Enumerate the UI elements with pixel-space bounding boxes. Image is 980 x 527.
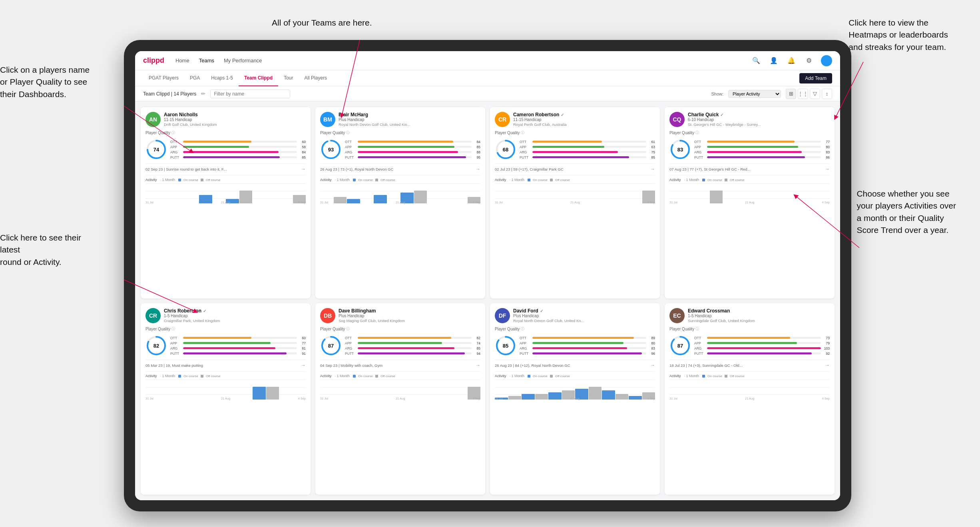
bar-fill bbox=[358, 352, 465, 354]
quality-section[interactable]: 93 OTT 84 APP bbox=[320, 139, 480, 160]
search-icon[interactable]: 🔍 bbox=[751, 55, 762, 66]
bar-row: PUTT 91 bbox=[170, 352, 306, 356]
latest-round-text: 04 Sep 23 | Mobility with coach, Gym bbox=[320, 363, 382, 368]
player-avatar: AN bbox=[145, 112, 161, 127]
bar-track bbox=[183, 337, 297, 339]
bar-value: 82 bbox=[473, 336, 480, 340]
player-club: Royal North Devon Golf Club, United Kin.… bbox=[339, 122, 480, 127]
subtab-team-clippd[interactable]: Team Clippd bbox=[239, 70, 278, 86]
player-name[interactable]: Dave Billingham bbox=[339, 308, 480, 314]
sort-icon[interactable]: ↕ bbox=[822, 89, 832, 99]
list-view-icon[interactable]: ⋮⋮ bbox=[798, 89, 808, 99]
player-name[interactable]: Aaron Nicholls bbox=[164, 112, 306, 117]
bar-value: 94 bbox=[473, 352, 480, 356]
nav-my-performance[interactable]: My Performance bbox=[224, 56, 262, 65]
on-course-dot bbox=[702, 179, 705, 181]
latest-round[interactable]: 04 Sep 23 | Mobility with coach, Gym → bbox=[320, 360, 480, 368]
bar-fill bbox=[183, 342, 271, 344]
player-card[interactable]: EC Edward Crossman 1-5 Handicap Sunningd… bbox=[665, 303, 835, 495]
bar-track bbox=[358, 352, 472, 354]
player-name[interactable]: David Ford ✓ bbox=[513, 308, 655, 314]
player-info: Charlie Quick ✓ 6-10 Handicap St. George… bbox=[688, 112, 830, 127]
chart-label: 21 Aug bbox=[221, 201, 230, 204]
chart-label: 31 Jul bbox=[320, 397, 328, 400]
show-select[interactable]: Player Activity Quality Score Trend bbox=[728, 90, 781, 98]
bar-label: PUTT bbox=[345, 352, 356, 356]
quality-section[interactable]: 87 OTT 73 APP bbox=[669, 335, 830, 356]
activity-period: · 1 Month bbox=[684, 374, 699, 378]
bar-row: OTT 73 bbox=[694, 336, 830, 340]
quality-section[interactable]: 82 OTT 60 APP bbox=[145, 335, 306, 356]
bar-label: ARG bbox=[170, 346, 181, 350]
settings-icon[interactable]: ⚙ bbox=[803, 55, 815, 66]
player-card[interactable]: CR Cameron Robertson ✓ 11-15 Handicap Ro… bbox=[490, 107, 660, 298]
person-icon[interactable]: 👤 bbox=[768, 55, 779, 66]
player-name[interactable]: Blair McHarg bbox=[339, 112, 480, 117]
latest-round[interactable]: 05 Mar 23 | 19, Must make putting → bbox=[145, 360, 306, 368]
filter-icon[interactable]: ▽ bbox=[810, 89, 820, 99]
bar-value: 85 bbox=[299, 155, 306, 159]
quality-section[interactable]: 83 OTT 77 APP bbox=[669, 139, 830, 160]
player-name[interactable]: Edward Crossman bbox=[688, 308, 830, 314]
quality-label: Player Quality ⓘ bbox=[145, 326, 306, 332]
activity-section: Activity · 1 Month On course Off course bbox=[495, 371, 655, 400]
chart-label: 21 Aug bbox=[396, 201, 405, 204]
player-card[interactable]: BM Blair McHarg Plus Handicap Royal Nort… bbox=[315, 107, 485, 298]
quality-section[interactable]: 68 OTT 61 APP bbox=[495, 139, 655, 160]
player-card[interactable]: DB Dave Billingham Plus Handicap Sog Mag… bbox=[315, 303, 485, 495]
players-grid: AN Aaron Nicholls 11-15 Handicap Drift G… bbox=[135, 101, 840, 500]
latest-round[interactable]: 02 Sep 23 | Sunrise round to get back in… bbox=[145, 163, 306, 172]
add-team-button[interactable]: Add Team bbox=[799, 73, 832, 84]
player-name[interactable]: Chris Robertson ✓ bbox=[164, 308, 306, 314]
bar-row: OTT 60 bbox=[170, 140, 306, 144]
subtab-hcaps[interactable]: Hcaps 1-5 bbox=[205, 70, 239, 86]
bell-icon[interactable]: 🔔 bbox=[786, 55, 797, 66]
brand-logo[interactable]: clippd bbox=[143, 56, 164, 65]
quality-label: Player Quality ⓘ bbox=[669, 326, 830, 332]
nav-teams[interactable]: Teams bbox=[199, 56, 214, 65]
latest-round[interactable]: 02 Jul 23 | 59 (+17), Craigmillar Park G… bbox=[495, 163, 655, 172]
bar-row: OTT 60 bbox=[170, 336, 306, 340]
bar-fill bbox=[532, 141, 602, 143]
off-course-label: Off course bbox=[206, 374, 221, 378]
latest-round[interactable]: 18 Jul 23 | 74 (+3), Sunningdale GC - Ol… bbox=[669, 360, 830, 368]
player-card[interactable]: CR Chris Robertson ✓ 1-5 Handicap Craigm… bbox=[141, 303, 311, 495]
subtab-pga[interactable]: PGA bbox=[184, 70, 205, 86]
bar-value: 63 bbox=[648, 145, 655, 149]
bar-track bbox=[183, 347, 297, 349]
quality-section[interactable]: 74 OTT 60 APP bbox=[145, 139, 306, 160]
nav-home[interactable]: Home bbox=[175, 56, 189, 65]
quality-ring: 74 bbox=[145, 139, 167, 160]
edit-icon[interactable]: ✏ bbox=[201, 91, 205, 97]
bar-label: OTT bbox=[520, 336, 531, 340]
bar-fill bbox=[707, 146, 798, 148]
player-card[interactable]: AN Aaron Nicholls 11-15 Handicap Drift G… bbox=[141, 107, 311, 298]
search-input[interactable] bbox=[210, 89, 290, 98]
player-name[interactable]: Charlie Quick ✓ bbox=[688, 112, 830, 117]
subtab-all-players[interactable]: All Players bbox=[299, 70, 333, 86]
quality-bars: OTT 89 APP 80 bbox=[520, 336, 655, 356]
grid-view-icon[interactable]: ⊞ bbox=[786, 89, 796, 99]
bar-track bbox=[707, 342, 821, 344]
latest-round[interactable]: 26 Aug 23 | 73 (+1), Royal North Devon G… bbox=[320, 163, 480, 172]
bar-label: PUTT bbox=[694, 155, 705, 159]
latest-round-arrow: → bbox=[301, 166, 306, 172]
subtab-tour[interactable]: Tour bbox=[278, 70, 299, 86]
latest-round[interactable]: 07 Aug 23 | 77 (+7), St George's Hill GC… bbox=[669, 163, 830, 172]
quality-section[interactable]: 87 OTT 82 APP bbox=[320, 335, 480, 356]
latest-round[interactable]: 26 Aug 23 | 84 (+12), Royal North Devon … bbox=[495, 360, 655, 368]
player-card[interactable]: CQ Charlie Quick ✓ 6-10 Handicap St. Geo… bbox=[665, 107, 835, 298]
activity-legend: On course Off course bbox=[178, 178, 221, 182]
bar-row: OTT 82 bbox=[345, 336, 480, 340]
bar-label: ARG bbox=[694, 150, 705, 154]
player-avatar: BM bbox=[320, 112, 335, 127]
bar-track bbox=[532, 337, 646, 339]
player-card[interactable]: DF David Ford ✓ Plus Handicap Royal Nort… bbox=[490, 303, 660, 495]
player-name[interactable]: Cameron Robertson ✓ bbox=[513, 112, 655, 117]
subtab-pgat[interactable]: PGAT Players bbox=[143, 70, 184, 86]
svg-text:68: 68 bbox=[503, 147, 508, 153]
quality-section[interactable]: 85 OTT 89 APP bbox=[495, 335, 655, 356]
chart-label: 4 Sep bbox=[822, 201, 830, 204]
player-info: Cameron Robertson ✓ 11-15 Handicap Royal… bbox=[513, 112, 655, 127]
avatar[interactable] bbox=[821, 55, 832, 66]
